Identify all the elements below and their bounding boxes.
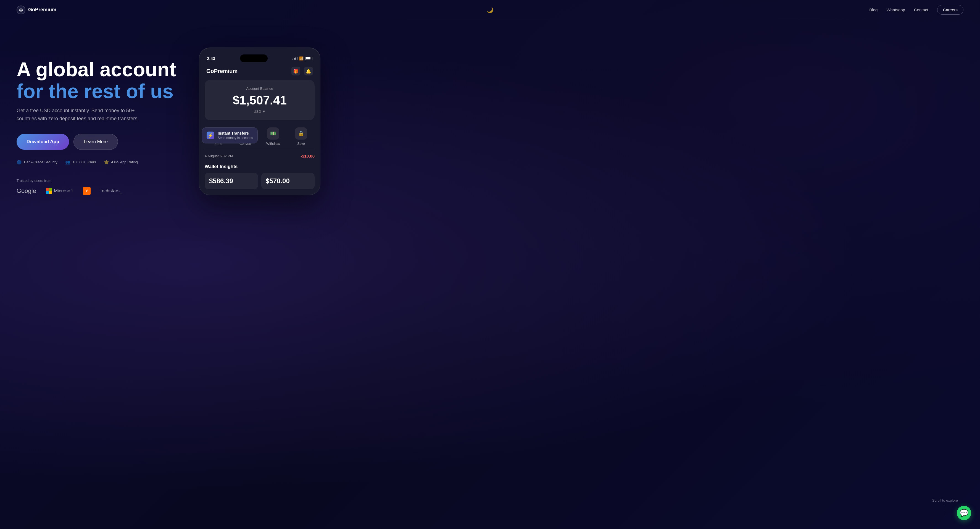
action-withdraw[interactable]: 💵 Withdraw bbox=[266, 127, 280, 146]
bell-icon[interactable]: 🔔 bbox=[304, 67, 313, 75]
trusted-section: Trusted by users from Google Microsoft Y… bbox=[17, 178, 182, 195]
scroll-indicator: Scroll to explore bbox=[932, 498, 958, 518]
wi-amount-1: $586.39 bbox=[209, 177, 254, 185]
save-label: Save bbox=[297, 142, 305, 146]
instant-transfers-tooltip: ⚡ Instant Transfers Send money in second… bbox=[202, 127, 258, 143]
transaction-label: 4 August 6:32 PM bbox=[205, 154, 233, 158]
badge-users-text: 10,000+ Users bbox=[73, 160, 96, 164]
wifi-icon: 📶 bbox=[299, 56, 304, 61]
ms-cell-blue bbox=[46, 191, 49, 194]
ms-cell-green bbox=[49, 188, 52, 191]
tooltip-title: Instant Transfers bbox=[218, 131, 253, 135]
badge-security: 🔵 Bank-Grade Security bbox=[17, 160, 57, 165]
navbar: ◎ GoPremium 🌙 Blog Whatsapp Contact Care… bbox=[0, 0, 980, 20]
transaction-item: 4 August 6:32 PM -$10.00 bbox=[205, 150, 315, 162]
gift-icon[interactable]: 🎁 bbox=[291, 67, 300, 75]
hero-title: A global account for the rest of us bbox=[17, 59, 182, 102]
balance-currency: USD ▼ bbox=[211, 110, 308, 113]
wi-card-2: $570.00 bbox=[261, 173, 315, 189]
badge-rating: ⭐ 4.8/5 App Rating bbox=[104, 160, 138, 165]
star-icon: ⭐ bbox=[104, 160, 109, 165]
balance-amount: $1,507.41 bbox=[211, 93, 308, 107]
wallet-insights: Wallet Insights $586.39 $570.00 bbox=[205, 164, 315, 189]
phone-header-icons: 🎁 🔔 bbox=[291, 67, 313, 75]
whatsapp-fab[interactable]: 💬 bbox=[957, 506, 971, 520]
signal-bar-3 bbox=[295, 57, 296, 60]
scroll-text: Scroll to explore bbox=[932, 498, 958, 502]
lightning-icon: ⚡ bbox=[207, 132, 214, 139]
nav-whatsapp[interactable]: Whatsapp bbox=[886, 8, 905, 12]
logo-icon: ◎ bbox=[17, 6, 25, 14]
badge-security-text: Bank-Grade Security bbox=[24, 160, 57, 164]
ms-cell-yellow bbox=[49, 191, 52, 194]
hero-content: A global account for the rest of us Get … bbox=[17, 42, 182, 195]
phone-app-header: GoPremium 🎁 🔔 bbox=[205, 65, 315, 80]
hero-title-line1: A global account bbox=[17, 58, 176, 80]
ms-cell-red bbox=[46, 188, 49, 191]
wi-amount-2: $570.00 bbox=[266, 177, 310, 185]
nav-logo[interactable]: ◎ GoPremium bbox=[17, 6, 56, 14]
google-logo: Google bbox=[17, 187, 36, 194]
nav-blog[interactable]: Blog bbox=[869, 8, 878, 12]
hero-subtitle: Get a free USD account instantly. Send m… bbox=[17, 107, 149, 123]
action-row: ⚡ Instant Transfers Send money in second… bbox=[205, 125, 315, 150]
tooltip-text: Instant Transfers Send money in seconds bbox=[218, 131, 253, 140]
logo-symbol: ◎ bbox=[19, 7, 23, 13]
phone-notch bbox=[240, 54, 268, 62]
download-app-button[interactable]: Download App bbox=[17, 134, 69, 150]
signal-bar-4 bbox=[297, 57, 298, 60]
wi-card-1: $586.39 bbox=[205, 173, 258, 189]
tooltip-subtitle: Send money in seconds bbox=[218, 136, 253, 140]
phone-app-name: GoPremium bbox=[206, 68, 237, 74]
status-icons: 📶 bbox=[293, 56, 312, 61]
balance-label: Account Balance bbox=[211, 86, 308, 91]
signal-bar-2 bbox=[294, 58, 295, 60]
nav-center-icon: 🌙 bbox=[487, 6, 493, 13]
tooltip-icon: ⚡ bbox=[208, 133, 213, 138]
nav-links: Blog Whatsapp Contact Careers bbox=[869, 5, 963, 14]
microsoft-text: Microsoft bbox=[54, 188, 73, 194]
trusted-logos: Google Microsoft Y techstars_ bbox=[17, 187, 182, 195]
phone-status-bar: 2:43 📶 bbox=[205, 53, 315, 65]
ms-grid-icon bbox=[46, 188, 52, 194]
status-time: 2:43 bbox=[207, 56, 215, 61]
transaction-amount: -$10.00 bbox=[301, 154, 315, 158]
hero-section: A global account for the rest of us Get … bbox=[0, 20, 980, 529]
save-icon: 🔒 bbox=[295, 127, 307, 140]
microsoft-logo: Microsoft bbox=[46, 188, 73, 194]
techstars-logo: techstars_ bbox=[100, 188, 122, 194]
scroll-line bbox=[945, 505, 945, 518]
trusted-label: Trusted by users from bbox=[17, 178, 182, 183]
logo-text: GoPremium bbox=[28, 7, 56, 13]
security-icon: 🔵 bbox=[17, 160, 22, 165]
battery-icon bbox=[305, 57, 312, 60]
balance-card: Account Balance $1,507.41 USD ▼ bbox=[205, 80, 315, 120]
withdraw-label: Withdraw bbox=[266, 142, 280, 146]
signal-bar-1 bbox=[293, 59, 293, 60]
hero-badges: 🔵 Bank-Grade Security 👥 10,000+ Users ⭐ … bbox=[17, 160, 182, 165]
wallet-insights-row: $586.39 $570.00 bbox=[205, 173, 315, 189]
signal-icon bbox=[293, 57, 298, 60]
badge-rating-text: 4.8/5 App Rating bbox=[111, 160, 138, 164]
withdraw-icon: 💵 bbox=[267, 127, 279, 140]
action-save[interactable]: 🔒 Save bbox=[295, 127, 307, 146]
hero-title-line2: for the rest of us bbox=[17, 80, 173, 102]
hero-buttons: Download App Learn More bbox=[17, 134, 182, 150]
learn-more-button[interactable]: Learn More bbox=[73, 134, 118, 150]
wallet-insights-title: Wallet Insights bbox=[205, 164, 315, 169]
battery-fill bbox=[306, 57, 311, 59]
nav-contact[interactable]: Contact bbox=[914, 8, 928, 12]
yc-logo: Y bbox=[83, 187, 91, 195]
careers-button[interactable]: Careers bbox=[937, 5, 963, 14]
users-icon: 👥 bbox=[65, 160, 70, 165]
moon-icon: 🌙 bbox=[487, 7, 493, 13]
phone-frame: 2:43 📶 GoPremium bbox=[199, 48, 320, 195]
badge-users: 👥 10,000+ Users bbox=[65, 160, 96, 165]
phone-mockup: 2:43 📶 GoPremium bbox=[199, 48, 320, 195]
